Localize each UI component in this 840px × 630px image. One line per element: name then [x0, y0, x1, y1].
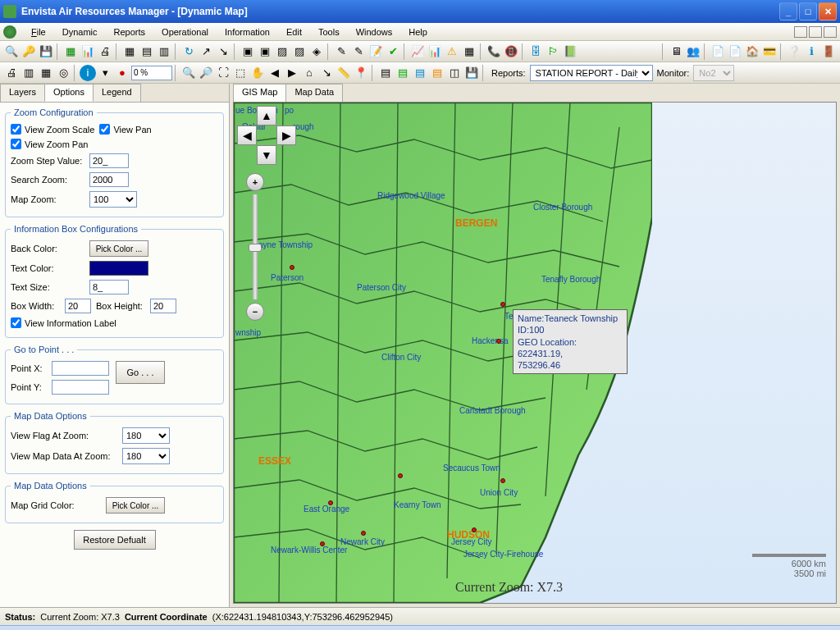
page-icon[interactable]: 📄	[710, 43, 726, 60]
warn-icon[interactable]: ⚠	[444, 43, 460, 60]
info-icon[interactable]: ℹ	[803, 43, 819, 60]
station-dot[interactable]	[290, 265, 294, 270]
book-icon[interactable]: 📗	[562, 43, 578, 60]
pan-icon[interactable]: ✋	[249, 65, 266, 81]
note-icon[interactable]: 📝	[368, 43, 384, 60]
station-dot[interactable]	[320, 541, 325, 546]
server-icon[interactable]: 🖥	[668, 43, 684, 60]
station-dot[interactable]	[328, 500, 333, 505]
flag-icon[interactable]: 🏳	[545, 43, 561, 60]
print-icon[interactable]: 🖨	[97, 43, 113, 60]
station-dot[interactable]	[472, 527, 477, 532]
maximize-button[interactable]: □	[799, 2, 817, 21]
target-icon[interactable]: ◎	[55, 65, 71, 81]
menu-windows[interactable]: Windows	[348, 25, 401, 39]
view-info-label-checkbox[interactable]	[11, 317, 21, 328]
zoom-step-input[interactable]	[89, 153, 129, 168]
mapdata-zoom-select[interactable]: 180	[122, 448, 170, 464]
view-pan-checkbox[interactable]	[99, 124, 110, 135]
menu-file[interactable]: File	[23, 25, 54, 39]
card-icon[interactable]: 💳	[761, 43, 778, 60]
mdi-restore-button[interactable]	[809, 26, 822, 38]
point-x-input[interactable]	[52, 361, 109, 376]
phone-icon[interactable]: 📞	[486, 43, 502, 60]
save-icon[interactable]: 💾	[38, 43, 54, 60]
view-zoom-pan-checkbox[interactable]	[11, 139, 21, 149]
zoomout-icon[interactable]: 🔎	[198, 65, 214, 81]
info2-icon[interactable]: i	[80, 65, 96, 81]
tab-layers[interactable]: Layers	[0, 84, 45, 102]
home-icon[interactable]: 🏠	[744, 43, 760, 60]
edit-icon[interactable]: ✎	[350, 43, 367, 60]
key-icon[interactable]: 🔑	[21, 43, 37, 60]
tab-map-data[interactable]: Map Data	[285, 84, 343, 102]
zoomr-icon[interactable]: ⬚	[232, 65, 249, 81]
zoom-out-button[interactable]: −	[246, 303, 264, 321]
import-icon[interactable]: ↘	[215, 43, 231, 60]
view-zoom-scale-checkbox[interactable]	[11, 124, 21, 135]
check-icon[interactable]: ✔	[385, 43, 401, 60]
station-dot[interactable]	[398, 473, 403, 478]
ruler-icon[interactable]: 📏	[336, 65, 352, 81]
down-icon[interactable]: ▾	[97, 65, 113, 81]
arrow-icon[interactable]: ↘	[318, 65, 335, 81]
save2-icon[interactable]: 💾	[463, 65, 480, 81]
zoomfit-icon[interactable]: ⛶	[215, 65, 231, 81]
table-icon[interactable]: ▤	[139, 43, 155, 60]
minimize-button[interactable]: _	[779, 2, 797, 21]
restore-default-button[interactable]: Restore Defualt	[74, 530, 156, 550]
pan-right-button[interactable]: ▶	[276, 126, 296, 145]
nav-l-icon[interactable]: ◀	[267, 65, 283, 81]
layer-b-icon[interactable]: ▤	[412, 65, 428, 81]
grid-color-button[interactable]: Pick Color ...	[106, 497, 165, 514]
text-size-input[interactable]	[89, 280, 129, 294]
chart2-icon[interactable]: 📈	[409, 43, 426, 60]
tool-icon[interactable]: ▣	[240, 43, 256, 60]
station-dot[interactable]	[361, 531, 366, 536]
tool3-icon[interactable]: ▨	[274, 43, 290, 60]
mdi-minimize-button[interactable]	[794, 26, 807, 38]
menu-dynamic[interactable]: Dynamic	[54, 25, 106, 39]
menu-information[interactable]: Information	[217, 25, 278, 39]
eraser-icon[interactable]: ◫	[446, 65, 463, 81]
tool2-icon[interactable]: ▣	[257, 43, 273, 60]
box-width-input[interactable]	[65, 299, 91, 313]
text-color-swatch[interactable]	[89, 261, 148, 276]
menu-help[interactable]: Help	[400, 25, 436, 39]
tab-gis-map[interactable]: GIS Map	[233, 84, 286, 102]
menu-operational[interactable]: Operational	[153, 25, 217, 39]
circle-icon[interactable]: ●	[114, 65, 130, 81]
zoom-track[interactable]	[253, 194, 258, 299]
home2-icon[interactable]: ⌂	[301, 65, 317, 81]
phonex-icon[interactable]: 📵	[503, 43, 519, 60]
menu-reports[interactable]: Reports	[106, 25, 154, 39]
layers-icon[interactable]: ▤	[377, 65, 394, 81]
pan-up-button[interactable]: ▲	[257, 106, 276, 126]
grid2-icon[interactable]: ▦	[461, 43, 477, 60]
flag-zoom-select[interactable]: 180	[122, 427, 170, 444]
reports-select[interactable]: STATION REPORT - Daily	[530, 65, 653, 81]
print2-icon[interactable]: 🖨	[3, 65, 20, 81]
form-icon[interactable]: ▥	[156, 43, 172, 60]
box-height-input[interactable]	[150, 299, 176, 313]
people-icon[interactable]: 👥	[685, 43, 701, 60]
grid3-icon[interactable]: ▦	[38, 65, 54, 81]
search-zoom-input[interactable]	[89, 172, 129, 187]
tool4-icon[interactable]: ▨	[291, 43, 308, 60]
go-button[interactable]: Go . . .	[116, 361, 165, 384]
tool5-icon[interactable]: ◈	[308, 43, 325, 60]
back-color-button[interactable]: Pick Color ...	[89, 240, 148, 257]
monitor-select[interactable]: No2	[693, 65, 734, 81]
pan-left-button[interactable]: ◀	[237, 126, 257, 145]
station-dot[interactable]	[500, 302, 505, 307]
map-canvas[interactable]: BERGEN ESSEX HUDSON Ridgewood Village Cl…	[233, 102, 837, 604]
station-dot[interactable]	[496, 339, 501, 344]
copy2-icon[interactable]: ▥	[21, 65, 37, 81]
help-icon[interactable]: ❔	[786, 43, 802, 60]
tab-legend[interactable]: Legend	[93, 84, 141, 102]
zoom-in-button[interactable]: +	[246, 173, 264, 191]
station-dot[interactable]	[500, 478, 505, 483]
close-button[interactable]: ✕	[819, 2, 837, 21]
zoomin-icon[interactable]: 🔍	[180, 65, 197, 81]
pencil-icon[interactable]: ✎	[333, 43, 349, 60]
